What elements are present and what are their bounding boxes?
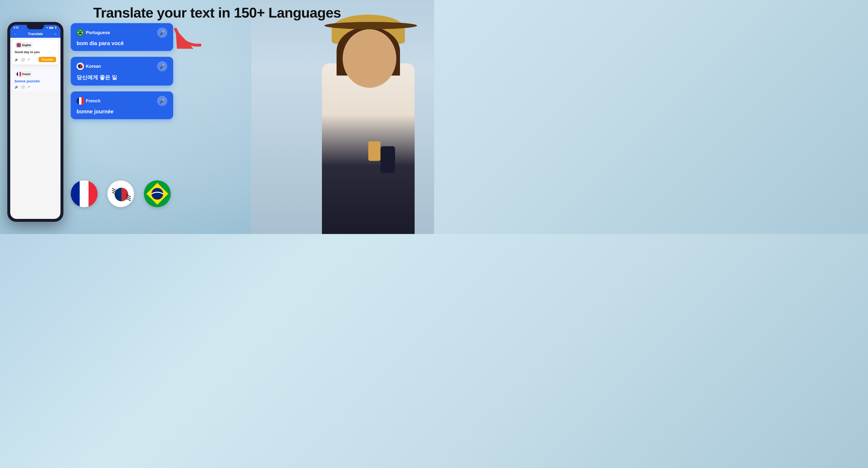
favorite-button[interactable]: ☆ bbox=[54, 32, 57, 36]
korean-flag-icon bbox=[76, 63, 84, 70]
phone-mockup: 9:30 ▼ ▮▮▮ 🔋 ← Translate ☆ bbox=[7, 22, 63, 222]
svg-rect-16 bbox=[79, 97, 82, 105]
svg-rect-22 bbox=[89, 180, 98, 207]
action-row: 🔊 ⬜ ↗ Translate bbox=[14, 57, 56, 62]
korean-flag-large bbox=[107, 180, 134, 207]
french-card: French 🎤 bonne journée bbox=[71, 91, 173, 119]
svg-rect-2 bbox=[18, 72, 20, 76]
portuguese-mic-icon[interactable]: 🎤 bbox=[157, 28, 167, 38]
french-lang-label: French bbox=[86, 98, 100, 104]
volume-icon[interactable]: 🔊 bbox=[14, 58, 19, 61]
share-icon[interactable]: ↗ bbox=[27, 58, 30, 61]
korean-lang-name: Korean bbox=[76, 63, 101, 70]
output-share-icon[interactable]: ↗ bbox=[27, 85, 30, 89]
brazil-flag-large-icon bbox=[144, 180, 171, 207]
korean-lang-label: Korean bbox=[86, 64, 101, 69]
back-button[interactable]: ← bbox=[14, 32, 17, 36]
french-flag-large-icon bbox=[71, 180, 98, 207]
output-action-row: 🔊 ⬜ ↗ bbox=[14, 85, 56, 89]
time-display: 9:30 bbox=[14, 26, 19, 29]
french-flag-small-icon bbox=[17, 72, 21, 76]
output-text: bonne journée bbox=[14, 79, 56, 83]
output-volume-icon[interactable]: 🔊 bbox=[14, 85, 19, 89]
korean-text: 당신에게 좋은 일 bbox=[76, 74, 167, 81]
output-copy-icon[interactable]: ⬜ bbox=[21, 85, 25, 89]
copy-icon[interactable]: ⬜ bbox=[21, 58, 25, 61]
translation-cards: Portuguese 🎤 bom dia para você Korean bbox=[71, 23, 173, 119]
svg-rect-17 bbox=[82, 97, 84, 105]
translate-button[interactable]: Translate bbox=[38, 57, 56, 62]
source-text[interactable]: Good day to you bbox=[14, 50, 56, 54]
portuguese-text: bom dia para você bbox=[76, 40, 167, 46]
svg-point-34 bbox=[151, 188, 163, 200]
app-bar: ← Translate ☆ bbox=[10, 30, 61, 38]
portuguese-lang-name: Portuguese bbox=[76, 29, 110, 36]
person-section bbox=[251, 0, 434, 234]
status-icons: ▼ ▮▮▮ 🔋 bbox=[46, 26, 57, 29]
source-language-tag[interactable]: English bbox=[14, 42, 33, 48]
svg-rect-21 bbox=[80, 180, 89, 207]
french-flag-large bbox=[71, 180, 98, 207]
source-section: English Good day to you 🔊 ⬜ ↗ Translate bbox=[12, 40, 59, 65]
svg-point-8 bbox=[79, 31, 82, 34]
french-lang-name: French bbox=[76, 97, 100, 105]
brazil-flag-large bbox=[144, 180, 171, 207]
korean-flag-large-icon bbox=[108, 181, 134, 207]
main-title: Translate your text in 150+ Languages bbox=[0, 4, 434, 21]
output-section: French bonne journée 🔊 ⬜ ↗ bbox=[12, 69, 59, 91]
portuguese-card: Portuguese 🎤 bom dia para você bbox=[71, 23, 173, 51]
output-lang-label: French bbox=[22, 73, 30, 75]
french-text: bonne journée bbox=[76, 108, 167, 115]
french-flag-card-icon bbox=[76, 97, 84, 105]
portuguese-lang-label: Portuguese bbox=[86, 30, 110, 35]
korean-card: Korean 🎤 당신에게 좋은 일 bbox=[71, 57, 173, 86]
red-arrow bbox=[173, 24, 203, 49]
brazil-flag-icon bbox=[76, 29, 84, 36]
output-language-tag[interactable]: French bbox=[14, 71, 32, 77]
app-title: Translate bbox=[28, 32, 43, 36]
uk-flag-icon bbox=[17, 43, 21, 47]
svg-rect-3 bbox=[20, 72, 21, 76]
french-mic-icon[interactable]: 🎤 bbox=[157, 96, 167, 106]
source-lang-label: English bbox=[22, 44, 31, 46]
korean-mic-icon[interactable]: 🎤 bbox=[157, 61, 167, 71]
bottom-flags-section bbox=[71, 180, 171, 207]
